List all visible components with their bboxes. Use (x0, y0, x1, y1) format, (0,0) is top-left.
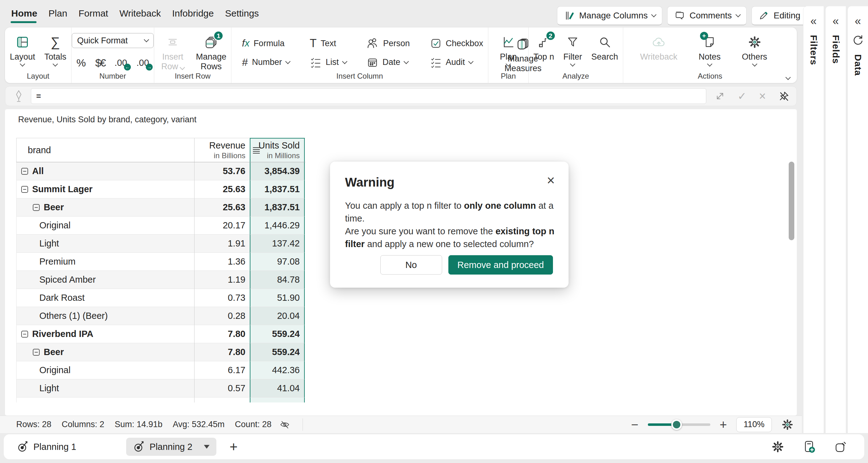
manage-columns-button[interactable]: Manage Columns (557, 6, 662, 25)
search-button[interactable]: Search (587, 32, 623, 64)
revenue-cell[interactable]: 25.63 (194, 198, 250, 217)
column-drag-handle-icon[interactable] (252, 147, 260, 154)
revenue-cell[interactable]: 7.80 (194, 343, 250, 361)
add-report-icon[interactable] (802, 440, 816, 454)
percent-format-button[interactable]: % (76, 57, 86, 68)
units-sold-cell[interactable]: 1,446.29 (250, 217, 305, 235)
units-sold-cell[interactable]: 442.36 (250, 361, 305, 379)
filter-button[interactable]: Filter (559, 32, 586, 68)
units-sold-cell[interactable]: 559.24 (250, 343, 305, 361)
unpin-formula-bar-icon[interactable] (778, 91, 789, 102)
panel-strip-data[interactable]: « Data (847, 6, 868, 433)
tab-planning-1[interactable]: Planning 1 (14, 438, 79, 456)
row-label-cell[interactable]: Original (16, 361, 194, 379)
close-icon[interactable]: × (547, 173, 555, 187)
revenue-cell[interactable]: 1.19 (194, 271, 250, 289)
row-label-cell[interactable]: Dark Roast (16, 289, 194, 307)
confirm-formula-icon[interactable]: ✓ (738, 90, 747, 102)
units-sold-cell[interactable]: 20.04 (250, 307, 305, 325)
plan-button[interactable]: Plan (496, 32, 521, 68)
collapse-row-icon[interactable] (21, 331, 28, 338)
row-label-cell[interactable]: All (16, 162, 194, 180)
notes-button[interactable]: + Notes (694, 32, 725, 68)
units-sold-cell[interactable]: 559.24 (250, 325, 305, 343)
revenue-cell[interactable]: 7.80 (194, 325, 250, 343)
insert-audit-column-button[interactable]: Audit (430, 56, 483, 68)
revenue-cell[interactable]: 53.76 (194, 162, 250, 180)
column-header-brand[interactable]: brand (16, 138, 194, 162)
column-header-units-sold[interactable]: Units Sold in Millions (250, 138, 305, 162)
zoom-out-button[interactable]: − (631, 419, 638, 431)
zoom-slider-knob[interactable] (671, 419, 682, 430)
tab-planning-2[interactable]: Planning 2 (126, 438, 216, 456)
expand-panel-chevrons-icon[interactable]: « (810, 15, 816, 27)
remove-and-proceed-button[interactable]: Remove and proceed (448, 255, 553, 274)
expand-formula-bar-icon[interactable] (715, 91, 725, 101)
collapse-row-icon[interactable] (33, 204, 40, 211)
revenue-cell[interactable]: 20.17 (194, 217, 250, 235)
insert-person-column-button[interactable]: Person (367, 37, 410, 50)
revenue-cell[interactable]: 1.91 (194, 235, 250, 253)
row-label-cell[interactable]: Beer (16, 343, 194, 361)
sheets-overview-layers-icon[interactable] (834, 440, 848, 454)
writeback-button[interactable]: Writeback (636, 32, 682, 64)
layout-button[interactable]: Layout (5, 32, 39, 68)
units-sold-cell[interactable]: 84.78 (250, 271, 305, 289)
row-label-cell[interactable]: Beer (16, 198, 194, 217)
collapse-row-icon[interactable] (33, 349, 40, 356)
insert-checkbox-column-button[interactable]: Checkbox (430, 37, 483, 50)
hide-stats-eye-off-icon[interactable] (279, 419, 290, 430)
menu-infobridge[interactable]: Infobridge (172, 6, 214, 21)
cancel-formula-icon[interactable]: × (759, 90, 766, 103)
insert-date-column-button[interactable]: Date (367, 56, 410, 68)
column-header-revenue[interactable]: Revenue in Billions (194, 138, 250, 162)
row-label-cell[interactable]: Others (1) (Beer) (16, 307, 194, 325)
insert-formula-column-button[interactable]: fx Formula (242, 37, 290, 50)
row-label-cell[interactable]: Spiced Amber (16, 271, 194, 289)
units-sold-cell[interactable]: 1,837.51 (250, 180, 305, 198)
menu-home[interactable]: Home (11, 6, 38, 21)
insert-number-column-button[interactable]: # Number (242, 56, 290, 68)
row-label-cell[interactable]: Summit Lager (16, 180, 194, 198)
expand-panel-chevrons-icon[interactable]: « (832, 15, 839, 27)
refresh-icon[interactable] (852, 34, 864, 46)
currency-format-button[interactable]: $€ (95, 57, 105, 68)
insert-list-column-button[interactable]: List (310, 56, 347, 68)
others-button[interactable]: Others (738, 32, 772, 68)
row-label-cell[interactable]: Light (16, 235, 194, 253)
zoom-value[interactable]: 110% (736, 417, 772, 432)
vertical-scrollbar-thumb[interactable] (789, 162, 794, 240)
units-sold-cell[interactable]: 3,854.39 (250, 162, 305, 180)
view-settings-gear-icon[interactable] (781, 419, 794, 431)
revenue-cell[interactable]: 0.28 (194, 307, 250, 325)
collapse-row-icon[interactable] (21, 186, 28, 193)
units-sold-cell[interactable]: 41.04 (250, 379, 305, 397)
zoom-slider[interactable] (648, 423, 710, 426)
expand-panel-chevrons-icon[interactable]: « (855, 15, 861, 27)
row-label-cell[interactable] (16, 397, 194, 402)
comments-button[interactable]: Comments (667, 6, 746, 25)
workbook-settings-gear-icon[interactable] (771, 440, 784, 453)
menu-settings[interactable]: Settings (224, 6, 259, 21)
row-label-cell[interactable]: Light (16, 379, 194, 397)
manage-rows-button[interactable]: 1 Manage Rows (191, 32, 231, 74)
panel-strip-filters[interactable]: « Filters (803, 6, 824, 433)
units-sold-cell[interactable]: 97.08 (250, 253, 305, 271)
totals-button[interactable]: ∑ Totals (40, 32, 71, 68)
revenue-cell[interactable]: 0.57 (194, 379, 250, 397)
menu-format[interactable]: Format (78, 6, 108, 21)
revenue-cell[interactable]: 25.63 (194, 180, 250, 198)
revenue-cell[interactable]: 0.73 (194, 289, 250, 307)
no-button[interactable]: No (380, 255, 442, 274)
units-sold-cell[interactable]: 1,837.51 (250, 198, 305, 217)
add-sheet-tab-button[interactable]: + (229, 440, 238, 454)
revenue-cell[interactable]: 1.36 (194, 253, 250, 271)
collapse-row-icon[interactable] (21, 168, 28, 175)
decrease-decimal-button[interactable]: .00← (115, 58, 127, 67)
units-sold-cell[interactable]: 51.90 (250, 289, 305, 307)
row-label-cell[interactable]: Original (16, 217, 194, 235)
revenue-cell[interactable] (194, 397, 250, 402)
row-label-cell[interactable]: Riverbend IPA (16, 325, 194, 343)
zoom-in-button[interactable]: + (720, 419, 727, 431)
insert-text-column-button[interactable]: T Text (310, 37, 347, 50)
